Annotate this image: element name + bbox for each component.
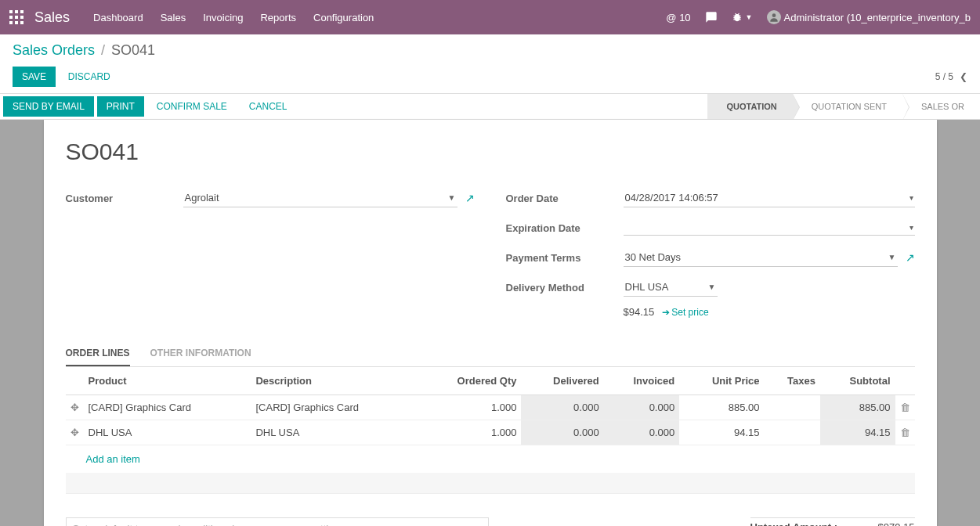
table-row[interactable]: ✥DHL USADHL USA1.0000.0000.00094.1594.15… (66, 420, 915, 445)
status-quotation[interactable]: Quotation (707, 94, 792, 119)
chat-icon[interactable] (705, 11, 718, 23)
customer-field[interactable]: Agrolait▼ (183, 189, 457, 207)
cell-invoiced: 0.000 (604, 420, 680, 445)
user-label: Administrator (10_enterprice_inventory_b (784, 12, 971, 23)
order-title: SO041 (66, 139, 915, 165)
payment-terms-external-link-icon[interactable]: ↗ (906, 251, 915, 264)
col-taxes[interactable]: Taxes (765, 367, 820, 395)
cell-delivered: 0.000 (521, 420, 603, 445)
discard-button[interactable]: Discard (59, 67, 120, 87)
order-lines-table: Product Description Ordered Qty Delivere… (66, 367, 915, 445)
cell-unit-price[interactable]: 94.15 (679, 420, 764, 445)
cell-taxes[interactable] (765, 420, 820, 445)
nav-sales[interactable]: Sales (161, 12, 186, 23)
svg-rect-7 (15, 21, 18, 24)
payment-terms-label: Payment Terms (506, 252, 624, 264)
caret-down-icon: ▼ (448, 193, 456, 202)
cell-description[interactable]: DHL USA (251, 420, 418, 445)
nav-links: Dashboard Sales Invoicing Reports Config… (93, 12, 666, 23)
pager-prev-icon[interactable]: ❮ (960, 71, 967, 82)
order-date-label: Order Date (506, 193, 624, 204)
topbar: Sales Dashboard Sales Invoicing Reports … (0, 0, 980, 34)
caret-down-icon: ▼ (708, 283, 716, 291)
breadcrumb: Sales Orders / SO041 (13, 42, 967, 59)
svg-rect-4 (15, 16, 18, 19)
statusbar: Send by Email Print Confirm Sale Cancel … (0, 93, 980, 120)
delivery-method-label: Delivery Method (506, 282, 624, 294)
drag-handle-icon[interactable]: ✥ (66, 395, 84, 420)
col-delivered[interactable]: Delivered (521, 367, 603, 395)
caret-down-icon: ▼ (888, 253, 896, 261)
drag-handle-icon[interactable]: ✥ (66, 420, 84, 445)
nav-invoicing[interactable]: Invoicing (203, 12, 243, 23)
cell-ordered[interactable]: 1.000 (418, 395, 521, 420)
nav-reports[interactable]: Reports (260, 12, 296, 23)
status-quotation-sent[interactable]: Quotation Sent (793, 94, 902, 119)
untaxed-label: Untaxed Amount : (750, 521, 837, 527)
order-date-field[interactable]: 04/28/2017 14:06:57▾ (624, 189, 915, 207)
delete-row-icon[interactable]: 🗑 (895, 395, 915, 420)
caret-down-icon: ▾ (909, 223, 913, 232)
untaxed-value: $979.15 (878, 521, 915, 527)
svg-rect-8 (20, 21, 24, 24)
col-unit-price[interactable]: Unit Price (679, 367, 764, 395)
send-email-button[interactable]: Send by Email (3, 96, 94, 117)
col-subtotal[interactable]: Subtotal (820, 367, 895, 395)
status-sales-order[interactable]: Sales Or (902, 94, 980, 119)
apps-icon[interactable] (9, 10, 24, 24)
expiration-date-field[interactable]: ▾ (624, 220, 915, 236)
confirm-sale-button[interactable]: Confirm Sale (147, 96, 237, 117)
col-product[interactable]: Product (84, 367, 251, 395)
delivery-cost: $94.15 (624, 306, 655, 318)
cell-description[interactable]: [CARD] Graphics Card (251, 395, 418, 420)
svg-rect-0 (9, 10, 13, 13)
tab-order-lines[interactable]: Order Lines (66, 341, 130, 366)
bug-icon[interactable]: ▼ (732, 12, 753, 23)
cancel-button[interactable]: Cancel (240, 96, 297, 117)
nav-configuration[interactable]: Configuration (313, 12, 374, 23)
expiration-date-label: Expiration Date (506, 222, 624, 234)
col-description[interactable]: Description (251, 367, 418, 395)
cell-ordered[interactable]: 1.000 (418, 420, 521, 445)
table-row[interactable]: ✥[CARD] Graphics Card[CARD] Graphics Car… (66, 395, 915, 420)
svg-rect-6 (9, 21, 13, 24)
svg-rect-1 (15, 10, 18, 13)
set-price-link[interactable]: ➔ Set price (662, 307, 708, 318)
svg-rect-5 (20, 16, 24, 19)
form-sheet: SO041 Customer Agrolait▼ ↗ Order Date (44, 120, 937, 526)
breadcrumb-root[interactable]: Sales Orders (13, 42, 95, 59)
breadcrumb-separator: / (101, 42, 105, 59)
nav-dashboard[interactable]: Dashboard (93, 12, 143, 23)
payment-terms-field[interactable]: 30 Net Days▼ (624, 248, 898, 267)
cell-subtotal: 885.00 (820, 395, 895, 420)
svg-rect-2 (20, 10, 24, 13)
mail-indicator[interactable]: @ 10 (666, 12, 690, 23)
print-button[interactable]: Print (97, 96, 144, 117)
arrow-right-icon: ➔ (662, 307, 670, 318)
terms-textarea[interactable]: Setup default terms and conditions in yo… (66, 517, 489, 527)
add-item-link[interactable]: Add an item (66, 445, 915, 473)
delivery-method-field[interactable]: DHL USA▼ (624, 278, 718, 297)
save-button[interactable]: Save (13, 67, 56, 87)
svg-point-9 (772, 13, 776, 17)
cell-product[interactable]: DHL USA (84, 420, 251, 445)
pager-text[interactable]: 5 / 5 (935, 71, 953, 82)
caret-down-icon: ▾ (909, 193, 913, 202)
breadcrumb-current: SO041 (111, 42, 155, 59)
tab-other-information[interactable]: Other Information (150, 341, 251, 366)
delete-row-icon[interactable]: 🗑 (895, 420, 915, 445)
cell-invoiced: 0.000 (604, 395, 680, 420)
app-title[interactable]: Sales (34, 9, 70, 26)
cell-unit-price[interactable]: 885.00 (679, 395, 764, 420)
avatar-icon (767, 10, 781, 24)
col-ordered-qty[interactable]: Ordered Qty (418, 367, 521, 395)
customer-external-link-icon[interactable]: ↗ (465, 192, 475, 204)
cell-delivered: 0.000 (521, 395, 603, 420)
cell-subtotal: 94.15 (820, 420, 895, 445)
cell-product[interactable]: [CARD] Graphics Card (84, 395, 251, 420)
col-invoiced[interactable]: Invoiced (604, 367, 680, 395)
cell-taxes[interactable] (765, 395, 820, 420)
svg-rect-3 (9, 16, 13, 19)
customer-label: Customer (66, 193, 183, 204)
user-menu[interactable]: Administrator (10_enterprice_inventory_b (767, 10, 971, 24)
